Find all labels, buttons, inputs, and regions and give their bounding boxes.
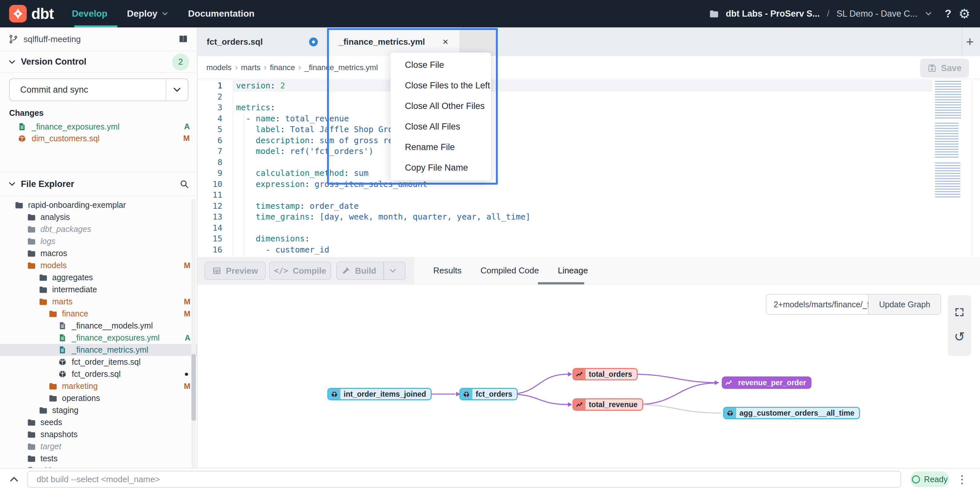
lineage-filter-input[interactable] [766, 294, 869, 315]
tree-item-finance-metrics-yml[interactable]: _finance_metrics.yml [0, 344, 197, 356]
code-line: 12 timestamp: order_date [197, 201, 980, 212]
settings-gear-button[interactable]: ⚙ [958, 6, 970, 21]
tree-item-target[interactable]: target [0, 441, 197, 452]
nav-item-develop[interactable]: Develop [72, 0, 108, 27]
commit-and-sync-button[interactable]: Commit and sync [9, 78, 188, 101]
menu-item-copy-file-name[interactable]: Copy File Name [391, 158, 491, 177]
changed-file-row[interactable]: dim_customers.sql M [0, 132, 197, 144]
build-button[interactable]: Build [336, 262, 406, 280]
folder-icon [27, 442, 35, 451]
dbt-command-input[interactable] [27, 471, 901, 488]
folder-icon [27, 213, 35, 222]
tree-item-gitignore[interactable]: gitignore [0, 464, 197, 468]
tree-item-fct-orders-sql[interactable]: fct_orders.sql• [0, 368, 197, 380]
tab-context-menu: Close File Close Files to the Left Close… [391, 53, 491, 180]
close-icon[interactable]: × [442, 36, 448, 47]
menu-item-rename-file[interactable]: Rename File [391, 137, 491, 157]
tree-item-seeds[interactable]: seeds [0, 416, 197, 428]
tree-item-finance-exposures-yml[interactable]: _finance_exposures.ymlA [0, 332, 197, 344]
docs-book-icon[interactable] [178, 34, 188, 45]
lineage-node-total-revenue[interactable]: total_revenue [573, 398, 643, 411]
breadcrumb-item[interactable]: finance [270, 63, 295, 72]
environment-selector[interactable]: SL Demo - Dave C... [837, 9, 917, 19]
version-control-header[interactable]: Version Control 2 [0, 51, 197, 73]
changed-file-row[interactable]: _finance_exposures.yml A [0, 121, 197, 132]
tree-item-intermediate[interactable]: intermediate [0, 284, 197, 295]
lineage-node-int-order-items-joined[interactable]: int_order_items_joined [327, 388, 432, 400]
tree-item-marketing[interactable]: marketingM [0, 380, 197, 392]
tree-item-finance-models-yml[interactable]: _finance__models.yml [0, 320, 197, 332]
menu-item-close-files-left[interactable]: Close Files to the Left [391, 76, 491, 96]
active-tab-underline [538, 282, 584, 284]
code-minimap[interactable] [935, 81, 965, 201]
folder-icon [27, 454, 35, 463]
code-line: 5 label: Total Jaffle Shop Gross Re [197, 124, 980, 135]
breadcrumb-item[interactable]: marts [241, 63, 261, 72]
new-tab-button[interactable]: + [962, 27, 977, 56]
tab-results[interactable]: Results [433, 265, 461, 276]
commit-options-dropdown[interactable] [165, 79, 188, 101]
dbt-logo[interactable]: dbt [9, 5, 54, 22]
tab-lineage[interactable]: Lineage [558, 265, 588, 276]
code-line: 15 dimensions: [197, 233, 980, 244]
tree-item-snapshots[interactable]: snapshots [0, 428, 197, 441]
tab-finance-metrics-yml[interactable]: _finance_metrics.yml × [328, 27, 459, 56]
tree-item-marts[interactable]: martsM [0, 295, 197, 308]
project-selector[interactable]: dbt Labs - ProServ S... [726, 9, 819, 19]
menu-item-close-all[interactable]: Close All Files [391, 117, 491, 136]
menu-item-close-file[interactable]: Close File [391, 56, 491, 75]
fullscreen-icon[interactable] [954, 307, 965, 318]
lineage-node-fct-orders[interactable]: fct_orders [459, 388, 518, 400]
reset-view-icon[interactable]: ↺ [954, 329, 965, 344]
nav-item-documentation[interactable]: Documentation [188, 0, 255, 27]
chevron-down-icon[interactable] [924, 10, 932, 18]
update-graph-button[interactable]: Update Graph [868, 294, 941, 315]
search-icon[interactable] [179, 179, 189, 189]
compile-button[interactable]: </> Compile [269, 262, 331, 280]
code-editor[interactable]: 1version: 2 2 3metrics: 4 - name: total_… [197, 79, 980, 257]
build-options-dropdown[interactable] [383, 262, 402, 279]
tree-scrollbar-thumb[interactable] [191, 354, 196, 421]
tree-item-aggregates[interactable]: aggregates [0, 271, 197, 284]
code-line: 2 [197, 91, 980, 102]
tree-item-analysis[interactable]: analysis [0, 211, 197, 223]
model-cube-icon [460, 389, 473, 399]
tree-item-operations[interactable]: operations [0, 392, 197, 404]
code-lines: 1version: 2 2 3metrics: 4 - name: total_… [197, 80, 980, 257]
breadcrumb-item[interactable]: _finance_metrics.yml [304, 63, 378, 72]
preview-button[interactable]: Preview [204, 262, 266, 280]
tree-item-dbt-packages[interactable]: dbt_packages [0, 223, 197, 235]
tree-item-logs[interactable]: logs [0, 235, 197, 247]
tree-item-models[interactable]: modelsM [0, 259, 197, 271]
dbt-logo-icon [9, 5, 27, 22]
status-badge: M [183, 134, 190, 143]
project-folder-icon [709, 9, 719, 19]
chevron-down-icon [8, 180, 16, 188]
chevron-right-icon: › [235, 62, 238, 72]
save-button[interactable]: Save [920, 59, 969, 78]
help-button[interactable]: ? [945, 8, 951, 20]
kebab-menu-icon[interactable]: ⋮ [956, 473, 967, 486]
tree-item-macros[interactable]: macros [0, 247, 197, 259]
editor-pane: fct_orders.sql _finance_metrics.yml × + … [197, 27, 980, 257]
editor-tab-bar: fct_orders.sql _finance_metrics.yml × + [197, 27, 980, 56]
nav-item-deploy[interactable]: Deploy [127, 0, 168, 27]
chevron-up-icon[interactable] [8, 474, 19, 485]
tree-item-staging[interactable]: staging [0, 404, 197, 416]
breadcrumb-item[interactable]: models [206, 63, 231, 72]
lineage-node-revenue-per-order[interactable]: revenue_per_order [722, 377, 811, 389]
tree-item-fct-order-items-sql[interactable]: fct_order_items.sql [0, 356, 197, 368]
tab-highlight-shade [459, 27, 498, 56]
lineage-node-total-orders[interactable]: total_orders [573, 368, 638, 380]
folder-icon [27, 249, 35, 258]
metric-trend-icon [573, 399, 585, 410]
tree-item-finance[interactable]: financeM [0, 308, 197, 320]
tab-fct-orders-sql[interactable]: fct_orders.sql [197, 27, 328, 56]
tree-item-project-root[interactable]: rapid-onboarding-exemplar [0, 199, 197, 211]
file-explorer-header[interactable]: File Explorer [0, 172, 197, 196]
tree-item-tests[interactable]: tests [0, 452, 197, 464]
tab-compiled-code[interactable]: Compiled Code [480, 265, 539, 276]
menu-item-close-all-other[interactable]: Close All Other Files [391, 97, 491, 116]
lineage-node-agg-customer-orders-all-time[interactable]: agg_customer_orders__all_time [723, 407, 860, 419]
tree-scrollbar-track [191, 199, 196, 468]
